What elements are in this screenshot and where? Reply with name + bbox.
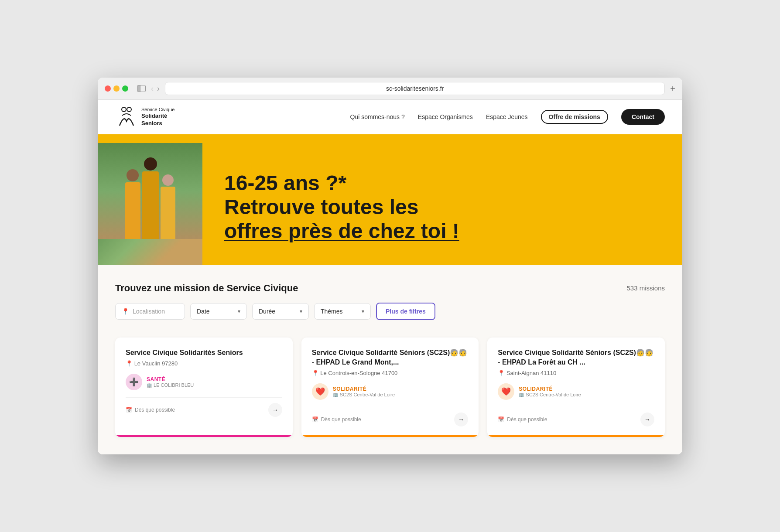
date-filter[interactable]: Date ▾ bbox=[190, 303, 247, 320]
forward-arrow[interactable]: › bbox=[157, 85, 160, 92]
svg-point-0 bbox=[122, 107, 126, 112]
search-section: Trouvez une mission de Service Civique 5… bbox=[98, 265, 682, 329]
cards-grid: Service Civique Solidarités Seniors 📍 Le… bbox=[115, 338, 665, 437]
org-name-1: 🏢 LE COLIBRI BLEU bbox=[147, 382, 194, 388]
person-2 bbox=[142, 157, 159, 239]
card-title-1: Service Civique Solidarités Seniors bbox=[126, 348, 282, 358]
sidebar-toggle[interactable] bbox=[137, 85, 146, 92]
close-button[interactable] bbox=[105, 85, 111, 92]
new-tab-button[interactable]: + bbox=[670, 84, 675, 93]
minimize-button[interactable] bbox=[113, 85, 120, 92]
mission-count: 533 missions bbox=[626, 284, 665, 292]
browser-chrome: ‹ › sc-solidariteseniors.fr + bbox=[98, 78, 682, 100]
date-chevron-icon: ▾ bbox=[238, 308, 240, 314]
search-title: Trouvez une mission de Service Civique bbox=[115, 283, 298, 294]
back-arrow[interactable]: ‹ bbox=[151, 85, 154, 92]
hero-line3: offres près de chez toi ! bbox=[224, 219, 660, 243]
card-footer-1: 📅 Dès que possible → bbox=[126, 397, 282, 417]
card-location-2: 📍 Le Controis-en-Sologne 41700 bbox=[312, 370, 469, 376]
hero-line2: Retrouve toutes les bbox=[224, 195, 660, 219]
nav-offre-missions[interactable]: Offre de missions bbox=[541, 110, 608, 124]
calendar-icon-1: 📅 bbox=[126, 407, 132, 413]
card-footer-2: 📅 Dès que possible → bbox=[312, 407, 469, 426]
person-3 bbox=[161, 174, 175, 239]
hero-content: 16-25 ans ?* Retrouve toutes les offres … bbox=[202, 153, 682, 265]
card-title-2: Service Civique Solidarité Séniors (SC2S… bbox=[312, 348, 469, 368]
themes-label: Thèmes bbox=[321, 308, 343, 315]
duree-label: Durée bbox=[259, 308, 275, 315]
themes-chevron-icon: ▾ bbox=[362, 308, 364, 314]
logo-text: Service Civique Solidarité Seniors bbox=[141, 106, 174, 127]
category-info-2: SOLIDARITÉ 🏢 SC2S Centre-Val de Loire bbox=[333, 386, 395, 397]
card-location-3: 📍 Saint-Aignan 41110 bbox=[498, 370, 654, 376]
browser-window: ‹ › sc-solidariteseniors.fr + Service Ci… bbox=[98, 78, 682, 455]
nav-qui-sommes-nous[interactable]: Qui sommes-nous ? bbox=[350, 113, 405, 120]
contact-button[interactable]: Contact bbox=[621, 109, 665, 125]
nav-espace-organismes[interactable]: Espace Organismes bbox=[418, 113, 473, 120]
logo[interactable]: Service Civique Solidarité Seniors bbox=[115, 106, 174, 128]
card-arrow-1[interactable]: → bbox=[268, 403, 282, 417]
duree-chevron-icon: ▾ bbox=[300, 308, 302, 314]
org-icon-2: 🏢 bbox=[333, 392, 338, 397]
hero-line1: 16-25 ans ?* bbox=[224, 171, 660, 195]
address-bar[interactable]: sc-solidariteseniors.fr bbox=[165, 82, 665, 95]
org-name-3: 🏢 SC2S Centre-Val de Loire bbox=[519, 392, 581, 397]
card-category-2: ❤️ SOLIDARITÉ 🏢 SC2S Centre-Val de Loire bbox=[312, 383, 469, 400]
location-icon-1: 📍 bbox=[126, 360, 134, 367]
website-content: Service Civique Solidarité Seniors Qui s… bbox=[98, 100, 682, 455]
maximize-button[interactable] bbox=[122, 85, 128, 92]
location-icon-2: 📍 bbox=[312, 370, 321, 376]
nav-espace-jeunes[interactable]: Espace Jeunes bbox=[486, 113, 528, 120]
org-icon-3: 🏢 bbox=[519, 392, 524, 397]
cat-label-2: SOLIDARITÉ bbox=[333, 386, 395, 392]
org-icon-1: 🏢 bbox=[147, 383, 152, 388]
filters-row: 📍 Localisation Date ▾ Durée ▾ Thèmes ▾ P… bbox=[115, 303, 665, 320]
traffic-lights bbox=[105, 85, 128, 92]
nav-arrows: ‹ › bbox=[151, 85, 160, 92]
card-footer-3: 📅 Dès que possible → bbox=[498, 407, 654, 426]
category-info-3: SOLIDARITÉ 🏢 SC2S Centre-Val de Loire bbox=[519, 386, 581, 397]
pin-icon: 📍 bbox=[122, 308, 129, 315]
localisation-input[interactable]: 📍 Localisation bbox=[115, 303, 185, 320]
category-info-1: SANTÉ 🏢 LE COLIBRI BLEU bbox=[147, 376, 194, 388]
hero-section: 16-25 ans ?* Retrouve toutes les offres … bbox=[98, 134, 682, 265]
card-date-3: 📅 Dès que possible bbox=[498, 416, 547, 423]
calendar-icon-3: 📅 bbox=[498, 416, 504, 423]
org-name-2: 🏢 SC2S Centre-Val de Loire bbox=[333, 392, 395, 397]
themes-filter[interactable]: Thèmes ▾ bbox=[314, 303, 371, 320]
card-category-1: ➕ SANTÉ 🏢 LE COLIBRI BLEU bbox=[126, 374, 282, 390]
location-icon-3: 📍 bbox=[498, 370, 506, 376]
mission-card-3[interactable]: Service Civique Solidarité Séniors (SC2S… bbox=[487, 338, 665, 437]
mission-card-1[interactable]: Service Civique Solidarités Seniors 📍 Le… bbox=[115, 338, 293, 437]
category-icon-2: ❤️ bbox=[312, 383, 328, 400]
cat-label-1: SANTÉ bbox=[147, 376, 194, 382]
hero-title: 16-25 ans ?* Retrouve toutes les offres … bbox=[224, 171, 660, 243]
cat-label-3: SOLIDARITÉ bbox=[519, 386, 581, 392]
hero-image bbox=[98, 143, 202, 265]
nav-links: Qui sommes-nous ? Espace Organismes Espa… bbox=[350, 109, 665, 125]
people-illustration bbox=[121, 143, 180, 239]
category-icon-3: ❤️ bbox=[498, 383, 514, 400]
card-title-3: Service Civique Solidarité Séniors (SC2S… bbox=[498, 348, 654, 368]
mission-card-2[interactable]: Service Civique Solidarité Séniors (SC2S… bbox=[301, 338, 479, 437]
svg-point-1 bbox=[127, 107, 131, 112]
duree-filter[interactable]: Durée ▾ bbox=[252, 303, 309, 320]
category-icon-1: ➕ bbox=[126, 374, 142, 390]
cards-section: Service Civique Solidarités Seniors 📍 Le… bbox=[98, 329, 682, 455]
date-label: Date bbox=[197, 308, 210, 315]
search-header: Trouvez une mission de Service Civique 5… bbox=[115, 283, 665, 294]
localisation-placeholder: Localisation bbox=[133, 308, 165, 315]
more-filters-button[interactable]: Plus de filtres bbox=[376, 303, 435, 320]
card-location-1: 📍 Le Vauclin 97280 bbox=[126, 360, 282, 367]
card-arrow-2[interactable]: → bbox=[454, 413, 468, 426]
person-1 bbox=[125, 169, 140, 239]
card-date-2: 📅 Dès que possible bbox=[312, 416, 361, 423]
card-arrow-3[interactable]: → bbox=[640, 413, 654, 426]
calendar-icon-2: 📅 bbox=[312, 416, 318, 423]
card-date-1: 📅 Dès que possible bbox=[126, 407, 175, 413]
site-nav: Service Civique Solidarité Seniors Qui s… bbox=[98, 100, 682, 134]
logo-icon bbox=[115, 106, 137, 128]
card-category-3: ❤️ SOLIDARITÉ 🏢 SC2S Centre-Val de Loire bbox=[498, 383, 654, 400]
